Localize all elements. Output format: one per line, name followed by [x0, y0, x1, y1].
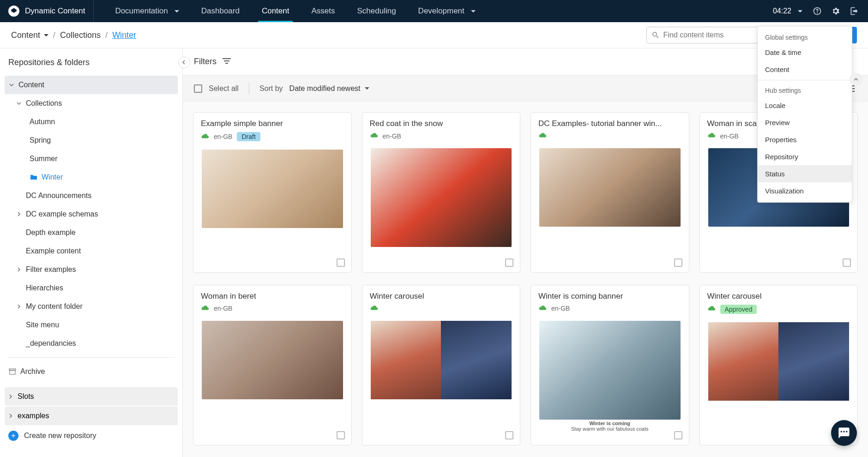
dropdown-locale[interactable]: Locale: [758, 97, 852, 114]
tree-autumn-label: Autumn: [30, 118, 55, 126]
card-locale: en-GB: [214, 133, 232, 140]
tree-autumn[interactable]: Autumn: [5, 113, 178, 131]
card-select-checkbox[interactable]: [505, 259, 513, 267]
tree-site-menu[interactable]: Site menu: [5, 316, 178, 334]
repo-slots[interactable]: Slots: [5, 387, 178, 406]
dropdown-group-global: Global settings: [758, 29, 852, 44]
tree-depth-example[interactable]: Depth example: [5, 223, 178, 242]
nav-time-label: 04:22: [773, 7, 791, 15]
tree-label: Hierarchies: [26, 284, 63, 292]
tree-winter[interactable]: Winter: [5, 168, 178, 186]
select-all-label: Select all: [209, 84, 239, 93]
tree-label: Example content: [26, 247, 81, 255]
card-select-checkbox[interactable]: [337, 259, 345, 267]
tree-spring[interactable]: Spring: [5, 131, 178, 150]
breadcrumb-current[interactable]: Winter: [112, 30, 136, 40]
tree-label: Depth example: [26, 228, 76, 237]
dropdown-date-time[interactable]: Date & time: [758, 44, 852, 61]
dropdown-status[interactable]: Status: [758, 165, 852, 182]
card-thumbnail: [202, 321, 343, 399]
card-header: Winter carousel: [362, 285, 520, 316]
sort-selector[interactable]: Date modified newest: [289, 84, 370, 93]
dropdown-preview[interactable]: Preview: [758, 114, 852, 131]
nav-scheduling[interactable]: Scheduling: [349, 0, 404, 22]
tree-my-content-folder[interactable]: My content folder: [5, 297, 178, 316]
content-card[interactable]: Red coat in the snowen-GB: [362, 112, 521, 273]
sidebar-title: Repositories & folders: [8, 58, 178, 67]
content-card[interactable]: Winter is coming banneren-GBWinter is co…: [530, 285, 689, 445]
tree-dc-example-schemas[interactable]: DC example schemas: [5, 205, 178, 223]
breadcrumb-collections[interactable]: Collections: [60, 30, 101, 40]
tree-summer[interactable]: Summer: [5, 150, 178, 168]
card-header: Winter is coming banneren-GB: [531, 285, 689, 316]
nav-content[interactable]: Content: [253, 0, 298, 22]
cloud-icon: [201, 305, 209, 313]
dropdown-visualization[interactable]: Visualization: [758, 182, 852, 199]
tree-archive-label: Archive: [20, 367, 45, 376]
help-icon[interactable]: [809, 3, 826, 19]
tree-archive[interactable]: Archive: [5, 362, 178, 381]
select-all-checkbox[interactable]: [194, 84, 202, 93]
plus-icon: +: [8, 431, 18, 441]
sort-by-label: Sort by: [259, 84, 283, 93]
card-select-checkbox[interactable]: [674, 431, 682, 439]
card-thumbnail: [539, 321, 681, 420]
card-meta: en-GB: [370, 132, 513, 140]
filter-icon[interactable]: [222, 58, 231, 66]
tree-label: _dependancies: [26, 339, 76, 348]
card-thumbnail: [371, 148, 512, 247]
logout-icon[interactable]: [846, 3, 862, 19]
tree-hierarchies[interactable]: Hierarchies: [5, 279, 178, 297]
collapse-sidebar-button[interactable]: [178, 56, 190, 68]
nav-assets[interactable]: Assets: [303, 0, 343, 22]
dropdown-close-toggle[interactable]: [850, 73, 862, 86]
chevron-down-icon: [175, 10, 179, 12]
settings-icon[interactable]: [827, 3, 844, 19]
dropdown-properties[interactable]: Properties: [758, 131, 852, 148]
repo-examples[interactable]: examples: [5, 407, 178, 425]
card-select-checkbox[interactable]: [505, 431, 513, 439]
tree-filter-examples[interactable]: Filter examples: [5, 260, 178, 279]
content-card[interactable]: Example simple banneren-GBDraft: [193, 112, 352, 273]
nav-documentation[interactable]: Documentation: [107, 0, 187, 22]
nav-dashboard[interactable]: Dashboard: [193, 0, 248, 22]
nav-development[interactable]: Development: [410, 0, 484, 22]
tree-example-content[interactable]: Example content: [5, 242, 178, 260]
create-repo-button[interactable]: + Create new repository: [5, 426, 178, 445]
breadcrumb-sep: /: [105, 30, 108, 40]
content-card[interactable]: Winter carousel: [362, 285, 521, 445]
content-card[interactable]: DC Examples- tutorial banner win...: [530, 112, 689, 273]
card-locale: en-GB: [720, 132, 739, 140]
nav-time-selector[interactable]: 04:22: [768, 7, 807, 15]
divider: [249, 83, 249, 94]
dropdown-repository[interactable]: Repository: [758, 148, 852, 165]
card-promo-text: Winter is comingStay warm with our fabul…: [531, 421, 689, 432]
tree-label: DC example schemas: [26, 210, 98, 218]
tree-winter-label: Winter: [42, 173, 63, 181]
tree-label: Site menu: [26, 321, 59, 329]
nav-right: 04:22: [768, 0, 868, 22]
chevron-down-icon: [471, 10, 476, 12]
content-card[interactable]: Winter carouselApproved: [699, 285, 858, 445]
folder-icon: [30, 174, 38, 180]
top-navbar: Dynamic Content Documentation Dashboard …: [0, 0, 868, 22]
tree-dc-announcements[interactable]: DC Announcements: [5, 186, 178, 205]
dropdown-content[interactable]: Content: [758, 61, 852, 78]
cloud-icon: [707, 132, 716, 140]
card-title: DC Examples- tutorial banner win...: [538, 119, 681, 128]
content-card[interactable]: Woman in bereten-GB: [193, 285, 352, 445]
breadcrumb-root[interactable]: Content: [11, 30, 48, 40]
card-meta: [370, 305, 513, 313]
tree-summer-label: Summer: [30, 155, 57, 163]
card-title: Winter carousel: [707, 292, 850, 301]
chevron-down-icon: [8, 83, 15, 87]
divider: [758, 80, 852, 80]
tree-content[interactable]: Content: [5, 76, 178, 94]
sort-value-label: Date modified newest: [289, 84, 361, 93]
card-select-checkbox[interactable]: [337, 431, 345, 439]
card-select-checkbox[interactable]: [843, 259, 851, 267]
tree-dependancies[interactable]: _dependancies: [5, 334, 178, 353]
tree-collections[interactable]: Collections: [5, 94, 178, 113]
card-select-checkbox[interactable]: [674, 259, 682, 267]
chat-fab[interactable]: [831, 420, 857, 446]
